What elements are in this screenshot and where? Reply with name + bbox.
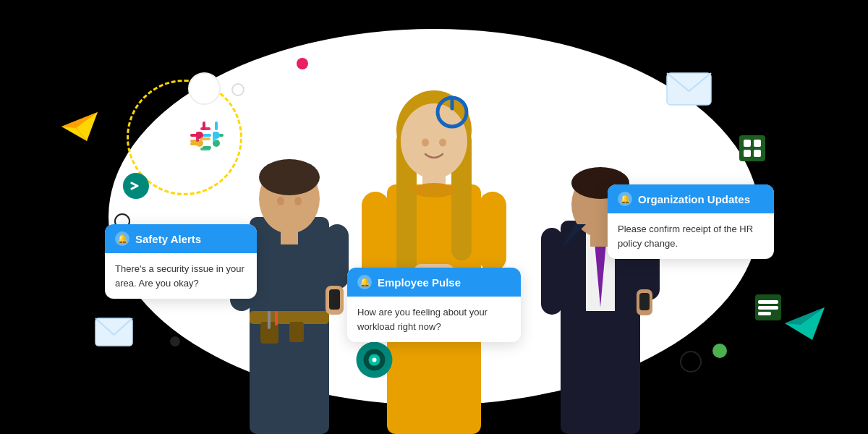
chevron-icon xyxy=(122,171,150,200)
teal-eye-icon xyxy=(354,340,394,380)
paper-plane-green xyxy=(785,307,825,340)
org-updates-card: 🔔 Organization Updates Please confirm re… xyxy=(608,184,774,259)
safety-alerts-header: 🔔 Safety Alerts xyxy=(105,224,257,253)
circle-white-large xyxy=(188,72,221,105)
org-updates-body: Please confirm receipt of the HR policy … xyxy=(608,213,774,259)
svg-rect-50 xyxy=(329,289,340,310)
bell-icon-safety: 🔔 xyxy=(115,231,129,246)
svg-rect-18 xyxy=(200,127,210,130)
svg-rect-63 xyxy=(541,228,563,315)
safety-alerts-body: There's a security issue in your area. A… xyxy=(105,253,257,299)
svg-rect-45 xyxy=(281,230,298,244)
safety-alerts-card: 🔔 Safety Alerts There's a security issue… xyxy=(105,224,257,299)
bell-icon-pulse: 🔔 xyxy=(357,275,372,289)
circle-outline-right-lower xyxy=(680,351,702,373)
svg-rect-8 xyxy=(215,122,218,130)
svg-rect-7 xyxy=(203,134,211,137)
bell-icon-org: 🔔 xyxy=(618,192,632,206)
svg-rect-34 xyxy=(758,300,778,304)
circle-pink xyxy=(297,58,308,69)
svg-rect-36 xyxy=(758,312,771,315)
employee-pulse-body: How are you feeling about your workload … xyxy=(347,297,521,342)
svg-rect-25 xyxy=(744,140,751,147)
svg-rect-19 xyxy=(213,132,216,142)
svg-point-32 xyxy=(373,358,377,362)
employee-pulse-card: 🔔 Employee Pulse How are you feeling abo… xyxy=(347,268,521,342)
svg-rect-54 xyxy=(275,311,278,326)
svg-rect-35 xyxy=(758,306,778,310)
envelope-left xyxy=(94,315,134,347)
svg-rect-27 xyxy=(744,150,751,157)
svg-rect-26 xyxy=(754,140,761,147)
svg-point-44 xyxy=(294,197,302,205)
org-updates-header: 🔔 Organization Updates xyxy=(608,184,774,213)
svg-rect-17 xyxy=(196,132,199,142)
svg-point-80 xyxy=(412,183,456,197)
svg-point-42 xyxy=(259,159,320,195)
svg-rect-48 xyxy=(250,311,329,324)
employee-pulse-header: 🔔 Employee Pulse xyxy=(347,268,521,297)
svg-rect-28 xyxy=(754,150,761,157)
employee-pulse-text: How are you feeling about your workload … xyxy=(357,307,488,332)
svg-rect-53 xyxy=(268,311,271,329)
svg-rect-76 xyxy=(479,192,506,271)
svg-point-72 xyxy=(422,139,429,147)
svg-rect-20 xyxy=(200,148,210,150)
slack-logo xyxy=(184,116,231,163)
paper-plane-yellow xyxy=(61,112,98,141)
safety-alerts-title: Safety Alerts xyxy=(135,233,201,245)
circle-dark-dot xyxy=(170,336,180,346)
svg-rect-21 xyxy=(200,137,210,140)
org-updates-text: Please confirm receipt of the HR policy … xyxy=(618,224,753,249)
svg-rect-66 xyxy=(639,293,650,310)
circle-green-small-right xyxy=(712,344,727,358)
svg-rect-47 xyxy=(326,224,349,289)
svg-point-43 xyxy=(277,197,284,205)
envelope-right xyxy=(665,69,712,107)
svg-rect-52 xyxy=(289,322,304,342)
green-stack-icon xyxy=(754,293,783,322)
circle-white-small xyxy=(231,83,244,96)
org-updates-title: Organization Updates xyxy=(638,193,750,205)
safety-alerts-text: There's a security issue in your area. A… xyxy=(115,263,244,289)
svg-rect-24 xyxy=(739,135,765,161)
employee-pulse-title: Employee Pulse xyxy=(378,276,461,289)
scene: 🔔 Safety Alerts There's a security issue… xyxy=(0,0,868,434)
green-square-icon xyxy=(738,134,767,163)
power-icon xyxy=(434,94,470,130)
svg-point-73 xyxy=(439,139,446,147)
